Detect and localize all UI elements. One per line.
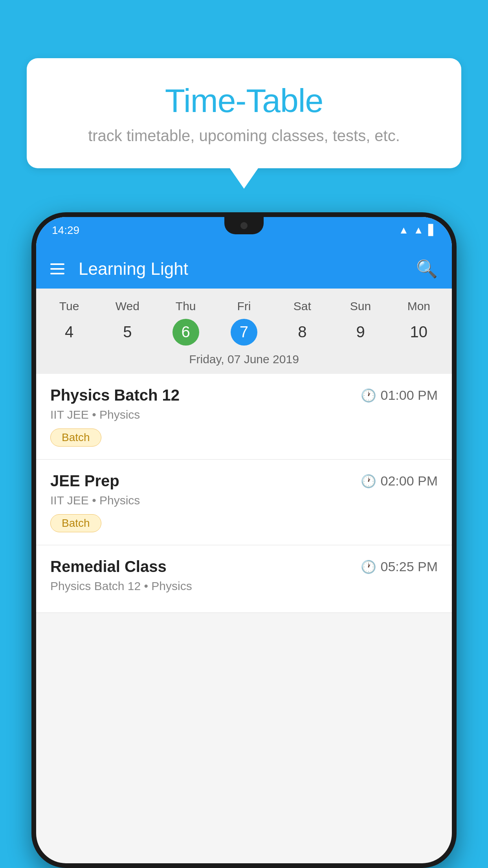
batch-badge-2: Batch bbox=[50, 514, 101, 532]
clock-icon-1: 🕐 bbox=[361, 388, 376, 403]
day-10[interactable]: 10 bbox=[390, 318, 448, 346]
phone-mockup: 14:29 ▲ ▲ ▋ Learnin bbox=[31, 212, 457, 868]
status-icons: ▲ ▲ ▋ bbox=[399, 222, 436, 236]
day-name-thu[interactable]: Thu bbox=[157, 296, 215, 316]
schedule-subtitle-3: Physics Batch 12 • Physics bbox=[50, 579, 438, 593]
hamburger-line-3 bbox=[50, 273, 64, 274]
bubble-arrow bbox=[230, 168, 258, 189]
schedule-item-3[interactable]: Remedial Class 🕐 05:25 PM Physics Batch … bbox=[36, 545, 452, 613]
phone-content: Learning Light 🔍 Tue Wed Thu Fri Sat Sun… bbox=[36, 249, 452, 863]
bubble-title: Time-Table bbox=[58, 82, 430, 120]
schedule-item-3-row1: Remedial Class 🕐 05:25 PM bbox=[50, 558, 438, 576]
day-5[interactable]: 5 bbox=[98, 318, 156, 346]
hamburger-menu-button[interactable] bbox=[50, 263, 64, 274]
schedule-item-2[interactable]: JEE Prep 🕐 02:00 PM IIT JEE • Physics Ba… bbox=[36, 460, 452, 545]
clock-icon-3: 🕐 bbox=[361, 559, 376, 574]
day-name-tue[interactable]: Tue bbox=[40, 296, 98, 316]
schedule-subtitle-1: IIT JEE • Physics bbox=[50, 408, 438, 421]
schedule-title-3: Remedial Class bbox=[50, 558, 167, 576]
day-name-wed[interactable]: Wed bbox=[98, 296, 156, 316]
camera bbox=[240, 222, 248, 229]
phone-screen: 14:29 ▲ ▲ ▋ Learnin bbox=[36, 217, 452, 863]
battery-icon: ▋ bbox=[428, 224, 436, 236]
schedule-time-value-2: 02:00 PM bbox=[380, 473, 438, 489]
hamburger-line-2 bbox=[50, 268, 64, 270]
schedule-item-2-row1: JEE Prep 🕐 02:00 PM bbox=[50, 472, 438, 490]
schedule-title-2: JEE Prep bbox=[50, 472, 119, 490]
hamburger-line-1 bbox=[50, 263, 64, 265]
speech-bubble-section: Time-Table track timetable, upcoming cla… bbox=[27, 58, 461, 189]
schedule-time-value-3: 05:25 PM bbox=[380, 559, 438, 574]
schedule-item-1-row1: Physics Batch 12 🕐 01:00 PM bbox=[50, 386, 438, 404]
day-names-row: Tue Wed Thu Fri Sat Sun Mon bbox=[36, 296, 452, 316]
schedule-list: Physics Batch 12 🕐 01:00 PM IIT JEE • Ph… bbox=[36, 374, 452, 863]
notch bbox=[224, 217, 264, 234]
status-bar: 14:29 ▲ ▲ ▋ bbox=[36, 217, 452, 249]
day-4[interactable]: 4 bbox=[40, 318, 98, 346]
schedule-item-1[interactable]: Physics Batch 12 🕐 01:00 PM IIT JEE • Ph… bbox=[36, 374, 452, 460]
schedule-time-value-1: 01:00 PM bbox=[380, 388, 438, 403]
schedule-title-1: Physics Batch 12 bbox=[50, 386, 180, 404]
schedule-subtitle-2: IIT JEE • Physics bbox=[50, 494, 438, 507]
app-bar-title: Learning Light bbox=[79, 259, 402, 279]
day-numbers-row: 4 5 6 7 8 9 10 bbox=[36, 318, 452, 346]
day-name-sun[interactable]: Sun bbox=[331, 296, 389, 316]
speech-bubble-card: Time-Table track timetable, upcoming cla… bbox=[27, 58, 461, 168]
app-bar: Learning Light 🔍 bbox=[36, 249, 452, 289]
search-icon[interactable]: 🔍 bbox=[416, 259, 438, 279]
calendar-header: Tue Wed Thu Fri Sat Sun Mon 4 5 6 7 8 bbox=[36, 289, 452, 374]
phone-frame: 14:29 ▲ ▲ ▋ Learnin bbox=[31, 212, 457, 868]
schedule-time-2: 🕐 02:00 PM bbox=[361, 473, 438, 489]
day-6-today[interactable]: 6 bbox=[157, 318, 215, 346]
batch-badge-1: Batch bbox=[50, 428, 101, 447]
schedule-time-3: 🕐 05:25 PM bbox=[361, 559, 438, 574]
signal-icon: ▲ bbox=[413, 224, 424, 236]
bubble-subtitle: track timetable, upcoming classes, tests… bbox=[58, 127, 430, 145]
day-8[interactable]: 8 bbox=[273, 318, 331, 346]
day-name-mon[interactable]: Mon bbox=[390, 296, 448, 316]
day-name-fri[interactable]: Fri bbox=[215, 296, 273, 316]
selected-date-label: Friday, 07 June 2019 bbox=[36, 346, 452, 374]
day-7-selected[interactable]: 7 bbox=[215, 318, 273, 346]
day-9[interactable]: 9 bbox=[331, 318, 389, 346]
wifi-icon: ▲ bbox=[399, 224, 409, 236]
day-name-sat[interactable]: Sat bbox=[273, 296, 331, 316]
clock-icon-2: 🕐 bbox=[361, 474, 376, 489]
schedule-time-1: 🕐 01:00 PM bbox=[361, 388, 438, 403]
status-time: 14:29 bbox=[52, 222, 79, 237]
